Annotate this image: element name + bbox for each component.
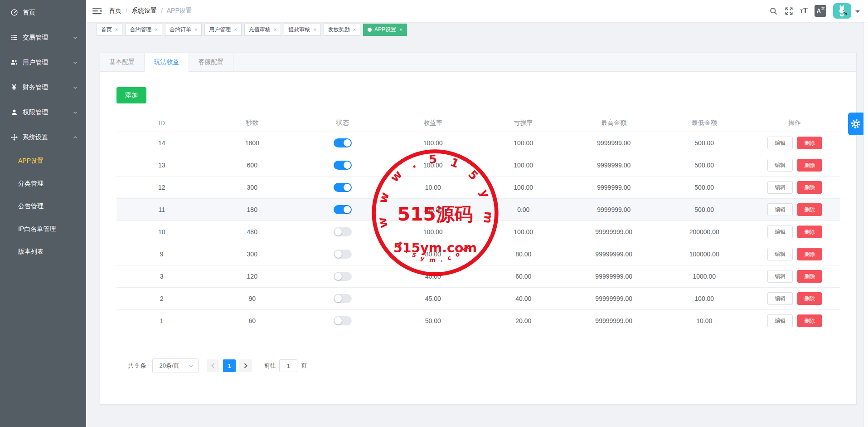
add-button[interactable]: 添加	[116, 87, 146, 103]
status-toggle[interactable]	[334, 183, 352, 192]
delete-button[interactable]: 删除	[797, 292, 822, 305]
column-header-最低金额: 最低金额	[659, 119, 750, 127]
status-toggle[interactable]	[334, 272, 352, 281]
close-icon[interactable]: ×	[274, 27, 276, 32]
breadcrumb-home[interactable]: 首页	[109, 7, 121, 15]
tag-label: 提款审核	[288, 26, 310, 34]
cell-min-amount: 10.00	[659, 317, 750, 324]
tag-用户管理[interactable]: 用户管理×	[204, 24, 241, 36]
goto-page-input[interactable]	[279, 359, 297, 372]
status-toggle[interactable]	[334, 227, 352, 236]
column-header-亏损率: 亏损率	[478, 119, 569, 127]
move-icon	[10, 133, 18, 141]
edit-button[interactable]: 编辑	[767, 137, 793, 149]
status-toggle[interactable]	[334, 250, 352, 259]
tab-玩法收益[interactable]: 玩法收益	[145, 53, 189, 71]
close-icon[interactable]: ×	[353, 27, 356, 32]
sidebar-item-用户管理[interactable]: 用户管理	[0, 50, 86, 75]
font-size-icon[interactable]: TT	[800, 6, 808, 15]
close-icon[interactable]: ×	[155, 27, 157, 32]
edit-button[interactable]: 编辑	[767, 226, 793, 238]
sidebar-item-权限管理[interactable]: 权限管理	[0, 100, 86, 125]
cell-max-amount: 9999999.00	[569, 139, 659, 147]
edit-button[interactable]: 编辑	[767, 203, 793, 216]
table-row: 312040.0060.0099999999.001000.00编辑删除	[116, 265, 840, 288]
delete-button[interactable]: 删除	[797, 181, 822, 194]
close-icon[interactable]: ×	[115, 27, 118, 32]
tag-合约管理[interactable]: 合约管理×	[125, 24, 162, 36]
sidebar-item-首页[interactable]: 首页	[0, 0, 86, 25]
cell-profit-rate: 45.00	[388, 295, 479, 302]
edit-button[interactable]: 编辑	[767, 314, 793, 327]
status-toggle[interactable]	[334, 161, 352, 170]
sidebar-item-财务管理[interactable]: ¥财务管理	[0, 75, 86, 100]
tab-基本配置[interactable]: 基本配置	[100, 53, 145, 71]
cell-max-amount: 99999999.00	[569, 228, 659, 236]
avatar[interactable]	[833, 3, 851, 19]
tab-客服配置[interactable]: 客服配置	[189, 53, 233, 71]
tag-合约订单[interactable]: 合约订单×	[165, 24, 202, 36]
delete-button[interactable]: 删除	[797, 226, 822, 238]
table-row: 29045.0040.0099999999.00100.00编辑删除	[116, 288, 840, 310]
cell-status	[297, 316, 388, 325]
column-header-收益率: 收益率	[388, 119, 479, 127]
scrollbar-track[interactable]	[863, 0, 868, 427]
close-icon[interactable]: ×	[234, 27, 237, 32]
page-number-button[interactable]: 1	[223, 359, 236, 372]
edit-button[interactable]: 编辑	[767, 159, 793, 172]
sidebar-subitem-APP设置[interactable]: APP设置	[0, 150, 86, 172]
cell-status	[297, 227, 388, 236]
delete-button[interactable]: 删除	[797, 270, 822, 283]
prev-page-button[interactable]	[207, 359, 219, 372]
close-icon[interactable]: ×	[194, 27, 197, 32]
toggle-knob	[335, 295, 342, 302]
delete-button[interactable]: 删除	[797, 203, 822, 216]
delete-button[interactable]: 删除	[797, 314, 822, 327]
table-row: 1230010.00100.009999999.00500.00编辑删除	[116, 177, 840, 199]
translate-icon[interactable]: A文	[815, 5, 826, 17]
edit-button[interactable]: 编辑	[767, 292, 793, 305]
breadcrumb-separator: /	[161, 7, 163, 15]
chevron-down-icon[interactable]	[855, 10, 860, 15]
config-table: ID秒数状态收益率亏损率最高金额最低金额操作 141800100.00100.0…	[116, 114, 840, 332]
edit-button[interactable]: 编辑	[767, 270, 793, 283]
tag-label: 用户管理	[209, 26, 231, 34]
sidebar-subitem-公告管理[interactable]: 公告管理	[0, 195, 86, 218]
sidebar-subitem-分类管理[interactable]: 分类管理	[0, 172, 86, 195]
sidebar-subitem-IP白名单管理[interactable]: IP白名单管理	[0, 218, 86, 240]
sidebar-item-交易管理[interactable]: 交易管理	[0, 25, 86, 50]
tag-APP设置[interactable]: APP设置×	[363, 24, 407, 36]
delete-button[interactable]: 删除	[797, 159, 822, 172]
status-toggle[interactable]	[334, 316, 352, 325]
table-row: 11180100.000.009999999.00500.00编辑删除	[116, 199, 840, 221]
tag-首页[interactable]: 首页×	[97, 24, 122, 36]
fullscreen-icon[interactable]	[785, 7, 793, 15]
edit-button[interactable]: 编辑	[767, 248, 793, 260]
status-toggle[interactable]	[334, 205, 352, 214]
tag-发放奖励[interactable]: 发放奖励×	[324, 24, 360, 36]
sidebar-item-系统设置[interactable]: 系统设置	[0, 125, 86, 150]
table-body: 141800100.00100.009999999.00500.00编辑删除13…	[116, 132, 840, 332]
status-toggle[interactable]	[334, 294, 352, 303]
cell-loss-rate: 40.00	[478, 295, 569, 302]
close-icon[interactable]: ×	[313, 27, 316, 32]
delete-button[interactable]: 删除	[797, 137, 822, 149]
close-icon[interactable]: ×	[399, 27, 402, 32]
delete-button[interactable]: 删除	[797, 248, 822, 260]
page-size-select[interactable]: 20条/页	[152, 358, 199, 373]
breadcrumb-system-settings[interactable]: 系统设置	[131, 7, 157, 15]
sidebar-subitem-版本列表[interactable]: 版本列表	[0, 240, 86, 263]
status-toggle[interactable]	[334, 138, 352, 147]
tag-提款审核[interactable]: 提款审核×	[284, 24, 320, 36]
search-icon[interactable]	[769, 7, 778, 15]
pagination-total: 共 9 条	[128, 362, 146, 370]
chevron-down-icon	[73, 35, 78, 40]
tag-充值审核[interactable]: 充值审核×	[244, 24, 281, 36]
settings-panel-button[interactable]	[848, 113, 863, 135]
cell-actions: 编辑删除	[750, 248, 840, 260]
next-page-button[interactable]	[239, 359, 252, 372]
toggle-knob	[335, 250, 342, 258]
cell-loss-rate: 100.00	[478, 184, 569, 191]
sidebar-collapse-icon[interactable]	[92, 7, 102, 15]
edit-button[interactable]: 编辑	[767, 181, 793, 194]
